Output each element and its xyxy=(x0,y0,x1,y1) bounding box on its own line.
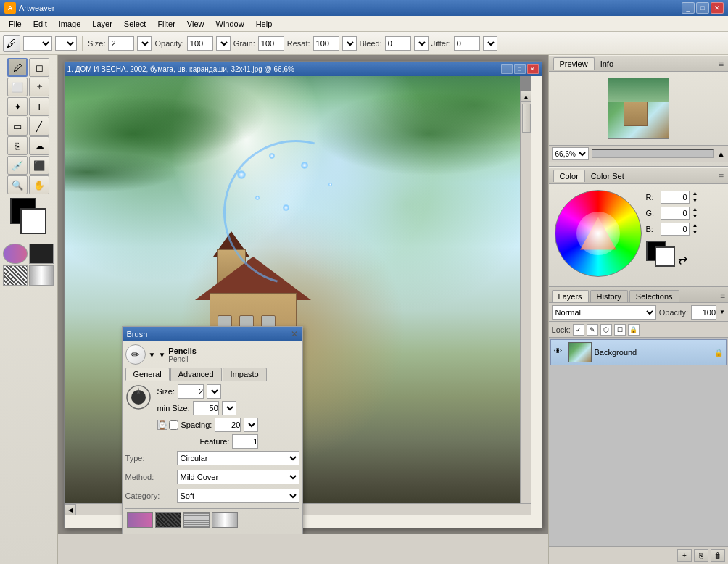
tool-magic-wand[interactable]: ✦ xyxy=(7,97,28,116)
opacity-arrow[interactable]: ▼ xyxy=(719,309,725,315)
menu-filter[interactable]: Filter xyxy=(152,18,181,30)
tab-colorset[interactable]: Color Set xyxy=(585,170,630,182)
tab-layers[interactable]: Layers xyxy=(552,290,589,302)
doc-close[interactable]: ✕ xyxy=(527,64,539,74)
brush-size-circle[interactable] xyxy=(125,384,152,410)
grain-input[interactable] xyxy=(258,36,284,51)
menu-help[interactable]: Help xyxy=(250,18,278,30)
brush-select[interactable] xyxy=(23,36,52,51)
brush-icon-small[interactable]: ✏ xyxy=(125,344,146,365)
texture-4[interactable] xyxy=(29,265,54,286)
menu-edit[interactable]: Edit xyxy=(28,18,53,30)
g-up[interactable]: ▲ xyxy=(692,206,698,212)
minimize-button[interactable]: _ xyxy=(682,2,695,14)
tool-shape[interactable]: ▭ xyxy=(7,117,28,136)
brush-variant-select[interactable] xyxy=(55,36,77,51)
lock-btn-3[interactable]: ⬡ xyxy=(600,324,612,336)
color-preview[interactable] xyxy=(10,198,46,234)
tool-select-lasso[interactable]: ⌖ xyxy=(29,78,49,96)
layers-panel-menu[interactable]: ≡ xyxy=(720,291,725,301)
category-select[interactable]: Soft xyxy=(177,489,299,503)
doc-minimize[interactable]: _ xyxy=(501,64,513,74)
brush-spacing-input[interactable] xyxy=(215,418,241,432)
menu-file[interactable]: File xyxy=(3,18,28,30)
tool-select-rect[interactable]: ⬜ xyxy=(7,78,28,96)
background-color[interactable] xyxy=(20,208,46,234)
zoom-expand[interactable]: ▲ xyxy=(717,149,725,158)
r-down[interactable]: ▼ xyxy=(692,197,698,204)
tab-history[interactable]: History xyxy=(590,290,628,302)
scroll-left-button[interactable]: ◀ xyxy=(65,504,76,515)
doc-maximize[interactable]: □ xyxy=(514,64,526,74)
brush-swatch-1[interactable] xyxy=(127,512,153,528)
brush-panel-close[interactable]: ✕ xyxy=(291,329,298,339)
lock-btn-2[interactable]: ✎ xyxy=(587,324,598,336)
tool-brush[interactable]: 🖊 xyxy=(7,58,28,77)
method-select[interactable]: Mild Cover xyxy=(177,470,299,484)
swatch-bg[interactable] xyxy=(655,246,675,267)
brush-icon[interactable]: 🖊 xyxy=(3,35,20,52)
layer-opacity-input[interactable] xyxy=(691,305,716,320)
duplicate-layer-btn[interactable]: ⎘ xyxy=(694,549,708,562)
brush-swatch-2[interactable] xyxy=(155,512,181,528)
brush-panel-title[interactable]: Brush ✕ xyxy=(123,327,302,341)
menu-image[interactable]: Image xyxy=(53,18,87,30)
resat-select[interactable] xyxy=(342,36,357,51)
menu-view[interactable]: View xyxy=(181,18,210,30)
opacity-select[interactable] xyxy=(216,36,231,51)
menu-window[interactable]: Window xyxy=(210,18,250,30)
scroll-up-button[interactable]: ▲ xyxy=(521,91,531,102)
brush-size-select[interactable] xyxy=(207,384,221,399)
tab-color[interactable]: Color xyxy=(553,170,585,182)
layer-background[interactable]: 👁 Background 🔒 xyxy=(550,339,727,365)
fg-bg-swatch[interactable] xyxy=(646,241,675,267)
texture-1[interactable] xyxy=(3,244,28,264)
bleed-input[interactable] xyxy=(385,36,411,51)
g-input[interactable] xyxy=(661,207,690,220)
add-layer-btn[interactable]: + xyxy=(677,549,692,562)
blend-mode-select[interactable]: Normal xyxy=(552,305,656,320)
tab-info[interactable]: Info xyxy=(595,58,619,70)
brush-tab-advanced[interactable]: Advanced xyxy=(170,368,222,381)
preview-panel-menu[interactable]: ≡ xyxy=(719,59,724,69)
tab-preview[interactable]: Preview xyxy=(553,57,595,70)
color-wheel[interactable] xyxy=(555,190,642,277)
size-input[interactable] xyxy=(108,36,134,51)
brush-tab-general[interactable]: General xyxy=(125,368,170,381)
brush-icon-arrow1[interactable]: ▼ xyxy=(149,351,156,359)
zoom-select[interactable]: 66,6% xyxy=(552,147,589,160)
zoom-slider[interactable] xyxy=(592,149,715,158)
tool-zoom[interactable]: 🔍 xyxy=(7,175,28,194)
r-up[interactable]: ▲ xyxy=(692,190,698,196)
vertical-scrollbar[interactable]: ▲ xyxy=(520,91,531,515)
jitter-input[interactable] xyxy=(454,36,480,51)
tool-clone[interactable]: ⎘ xyxy=(7,136,28,155)
delete-layer-btn[interactable]: 🗑 xyxy=(711,549,725,562)
canvas-area[interactable]: 1. ДОМ И ВЕСНА. 2002, бумага, цв. каранд… xyxy=(58,55,548,534)
tool-line[interactable]: ╱ xyxy=(29,117,49,136)
b-down[interactable]: ▼ xyxy=(692,229,698,236)
menu-layer[interactable]: Layer xyxy=(86,18,118,30)
opacity-input[interactable] xyxy=(187,36,213,51)
maximize-button[interactable]: □ xyxy=(696,2,709,14)
brush-spacing-select[interactable] xyxy=(244,418,258,432)
tool-eraser[interactable]: ◻ xyxy=(29,58,49,77)
brush-size-input[interactable] xyxy=(178,384,204,399)
layer-eye-icon[interactable]: 👁 xyxy=(554,347,566,358)
lock-btn-1[interactable]: ✓ xyxy=(573,324,584,336)
size-select[interactable] xyxy=(137,36,152,51)
scroll-thumb-v[interactable] xyxy=(522,104,531,133)
texture-2[interactable] xyxy=(29,244,54,264)
color-panel-menu[interactable]: ≡ xyxy=(719,171,724,181)
menu-select[interactable]: Select xyxy=(118,18,152,30)
type-select[interactable]: Circular xyxy=(177,451,299,465)
spacing-checkbox[interactable] xyxy=(169,420,178,430)
bleed-select[interactable] xyxy=(414,36,429,51)
swap-colors[interactable]: ⇄ xyxy=(678,253,687,267)
g-down[interactable]: ▼ xyxy=(692,213,698,220)
brush-minsize-select[interactable] xyxy=(222,401,236,415)
brush-swatch-4[interactable] xyxy=(212,512,238,528)
tool-pan[interactable]: ✋ xyxy=(29,175,49,194)
brush-minsize-input[interactable] xyxy=(193,401,219,415)
lock-btn-4[interactable]: ☐ xyxy=(614,324,626,336)
